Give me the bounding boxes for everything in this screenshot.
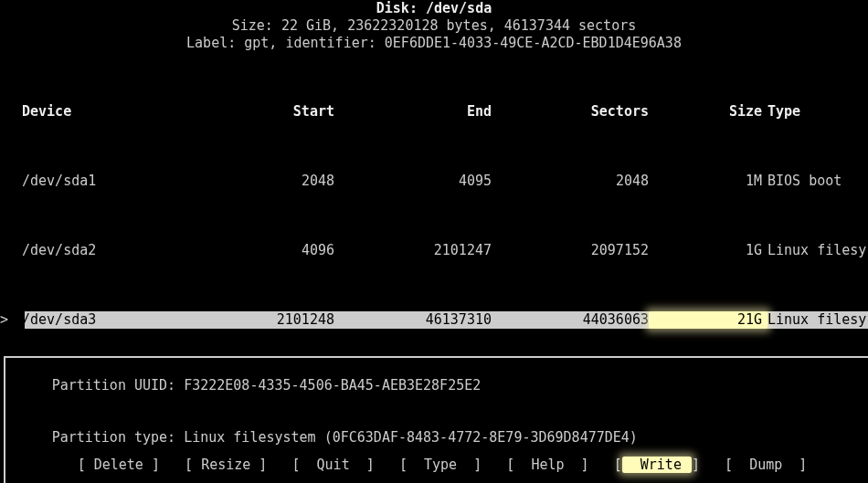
col-end: End (334, 103, 492, 121)
disk-label-line: Label: gpt, identifier: 0EF6DDE1-4033-49… (0, 35, 868, 52)
col-start: Start (132, 103, 334, 121)
info-partition-uuid: Partition UUID: F3222E08-4335-4506-BA45-… (5, 360, 868, 412)
info-label: Partition UUID: (48, 377, 175, 394)
menu-label: Help (531, 457, 564, 473)
col-sectors: Sectors (492, 103, 649, 121)
col-type: Type (767, 103, 868, 121)
info-value: F3222E08-4335-4506-BA45-AEB3E28F25E2 (184, 377, 481, 394)
table-row-selected[interactable]: /dev/sda3 2101248 46137310 44036063 21G … (0, 311, 868, 329)
cell-device: /dev/sda3 (4, 311, 132, 329)
cell-type: Linux filesy (767, 311, 868, 329)
table-row[interactable]: /dev/sda2 4096 2101247 2097152 1G Linux … (0, 242, 868, 259)
col-device: Device (4, 103, 132, 121)
cell-end: 4095 (334, 173, 492, 190)
cell-size: 1M (649, 173, 767, 190)
menu-resize[interactable]: [ Resize ] (185, 457, 267, 473)
cell-device: /dev/sda2 (4, 242, 132, 259)
cell-device: /dev/sda1 (4, 173, 132, 190)
menu-label: Type (424, 457, 457, 473)
action-menu: [ Delete ] [ Resize ] [ Quit ] [ Type ] … (0, 439, 868, 474)
menu-label: Delete (94, 457, 143, 473)
menu-label: Dump (749, 457, 782, 473)
cell-type: Linux filesy (767, 242, 868, 259)
cell-sectors: 2097152 (492, 242, 649, 259)
col-size: Size (649, 103, 767, 121)
table-row[interactable]: /dev/sda1 2048 4095 2048 1M BIOS boot (0, 173, 868, 190)
menu-quit[interactable]: [ Quit ] (291, 457, 374, 473)
menu-delete[interactable]: [ Delete ] (78, 457, 160, 473)
cell-start: 4096 (132, 242, 334, 259)
menu-label: Quit (317, 457, 350, 473)
menu-dump[interactable]: [ Dump ] (725, 457, 807, 473)
cell-size: 21G (649, 311, 767, 329)
menu-label: Resize (201, 457, 250, 473)
menu-write[interactable]: [ Write ] (614, 457, 700, 473)
cell-start: 2101248 (132, 311, 334, 329)
menu-type[interactable]: [ Type ] (399, 457, 482, 473)
cell-end: 46137310 (334, 311, 492, 329)
cell-sectors: 44036063 (492, 311, 649, 329)
disk-title: Disk: /dev/sda (0, 0, 868, 17)
disk-size-line: Size: 22 GiB, 23622320128 bytes, 4613734… (0, 17, 868, 35)
cell-start: 2048 (132, 173, 334, 190)
menu-label: Write (640, 457, 682, 473)
cell-type: BIOS boot (767, 173, 868, 190)
cell-end: 2101247 (334, 242, 492, 259)
menu-help[interactable]: [ Help ] (506, 457, 588, 473)
cell-size: 1G (649, 242, 767, 259)
cell-sectors: 2048 (492, 173, 649, 190)
table-header-row: Device Start End Sectors Size Type (0, 103, 868, 121)
partition-table: Device Start End Sectors Size Type /dev/… (0, 68, 868, 346)
